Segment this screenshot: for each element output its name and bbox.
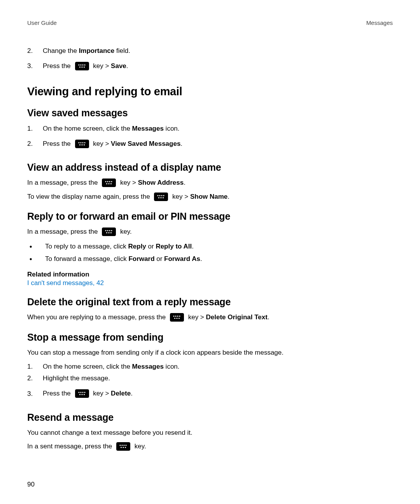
related-info-heading: Related information (27, 271, 393, 278)
svg-point-27 (163, 197, 164, 198)
svg-point-40 (176, 318, 177, 319)
step-text: On the home screen, click the Messages i… (43, 123, 180, 134)
heading-view-address: View an address instead of a display nam… (27, 162, 393, 173)
svg-point-11 (79, 144, 80, 145)
svg-point-54 (122, 447, 124, 448)
svg-point-28 (105, 230, 107, 231)
step-1: 1. On the home screen, click the Message… (27, 361, 393, 372)
svg-point-16 (109, 181, 110, 182)
svg-point-29 (107, 230, 108, 231)
step-number: 2. (27, 46, 43, 56)
bullet-icon: • (27, 253, 45, 265)
svg-point-9 (82, 142, 83, 143)
svg-point-33 (108, 232, 110, 233)
resend-line: In a sent message, press the key. (27, 441, 393, 452)
svg-point-42 (78, 392, 79, 393)
step-number: 3. (27, 61, 43, 71)
svg-point-45 (84, 392, 85, 393)
heading-viewing-replying: Viewing and replying to email (27, 85, 393, 98)
svg-point-26 (161, 197, 162, 198)
svg-point-13 (83, 144, 84, 145)
page-number: 90 (27, 481, 35, 488)
svg-point-55 (125, 447, 126, 448)
svg-point-49 (119, 445, 121, 446)
svg-point-36 (175, 315, 176, 317)
step-text: Press the key > Delete. (43, 388, 133, 399)
svg-point-32 (106, 232, 107, 233)
step-text: Press the key > Save. (43, 61, 128, 71)
svg-point-41 (178, 318, 180, 319)
svg-point-12 (81, 144, 82, 145)
svg-point-48 (83, 394, 84, 395)
svg-point-15 (107, 181, 108, 182)
view-saved-steps: 1. On the home screen, click the Message… (27, 123, 393, 153)
svg-point-30 (109, 230, 110, 231)
svg-point-31 (111, 230, 112, 231)
related-link-row: I can't send messages, 42 (27, 279, 393, 287)
step-3: 3. Press the key > Delete. (27, 385, 393, 402)
delete-original-line: When you are replying to a message, pres… (27, 312, 393, 322)
header-left: User Guide (27, 19, 57, 26)
svg-point-20 (110, 183, 112, 184)
svg-point-2 (82, 64, 83, 65)
top-steps: 2. Change the Importance field. 3. Press… (27, 46, 393, 75)
svg-point-53 (121, 447, 122, 448)
reply-forward-intro: In a message, press the key. (27, 227, 393, 237)
svg-point-44 (82, 392, 83, 393)
bullet-icon: • (27, 241, 45, 253)
addr-line-1: In a message, press the key > Show Addre… (27, 178, 393, 188)
svg-point-10 (84, 142, 85, 143)
heading-delete-original: Delete the original text from a reply me… (27, 296, 393, 308)
step-number: 1. (27, 123, 43, 134)
svg-point-8 (80, 142, 81, 143)
stop-intro: You can stop a message from sending only… (27, 348, 393, 358)
svg-point-5 (81, 66, 82, 68)
svg-point-23 (161, 195, 163, 196)
svg-point-37 (177, 315, 178, 317)
menu-key-icon (116, 442, 130, 451)
svg-point-39 (174, 318, 175, 319)
svg-point-7 (78, 142, 79, 143)
step-number: 2. (27, 138, 43, 149)
step-text: On the home screen, click the Messages i… (43, 361, 180, 372)
svg-point-4 (79, 66, 80, 68)
heading-stop-sending: Stop a message from sending (27, 332, 393, 343)
related-link[interactable]: I can't send messages, (27, 279, 94, 287)
svg-point-47 (81, 394, 82, 395)
resend-intro: You cannot change a text message before … (27, 428, 393, 438)
related-link-page: 42 (94, 279, 104, 287)
svg-point-19 (108, 183, 110, 184)
svg-point-25 (158, 197, 159, 198)
menu-key-icon (102, 228, 116, 236)
svg-point-1 (80, 64, 81, 65)
svg-point-22 (159, 195, 161, 196)
bullet-text: To forward a message, click Forward or F… (45, 254, 202, 265)
step-number: 2. (27, 373, 43, 383)
svg-point-14 (105, 181, 107, 182)
menu-key-icon (75, 62, 89, 70)
svg-point-17 (111, 181, 112, 182)
heading-resend: Resend a message (27, 412, 393, 423)
heading-view-saved: View saved messages (27, 107, 393, 119)
step-2: 2. Press the key > View Saved Messages. (27, 135, 393, 153)
svg-point-3 (84, 64, 85, 65)
svg-point-46 (79, 394, 80, 395)
step-text: Change the Importance field. (43, 46, 130, 56)
menu-key-icon (170, 313, 184, 322)
heading-reply-forward: Reply to or forward an email or PIN mess… (27, 211, 393, 222)
step-text: Press the key > View Saved Messages. (43, 139, 182, 149)
svg-point-0 (78, 64, 79, 65)
svg-point-24 (163, 195, 164, 196)
step-3: 3. Press the key > Save. (27, 57, 393, 75)
header-right: Messages (366, 19, 393, 26)
addr-line-2: To view the display name again, press th… (27, 192, 393, 202)
step-2: 2. Highlight the message. (27, 373, 393, 383)
menu-key-icon (75, 389, 89, 398)
step-number: 1. (27, 361, 43, 372)
step-1: 1. On the home screen, click the Message… (27, 123, 393, 134)
step-text: Highlight the message. (43, 373, 110, 383)
svg-point-51 (123, 445, 124, 446)
bullet-text: To reply to a message, click Reply or Re… (45, 241, 194, 252)
menu-key-icon (154, 192, 168, 201)
page-header: User Guide Messages (27, 19, 393, 26)
